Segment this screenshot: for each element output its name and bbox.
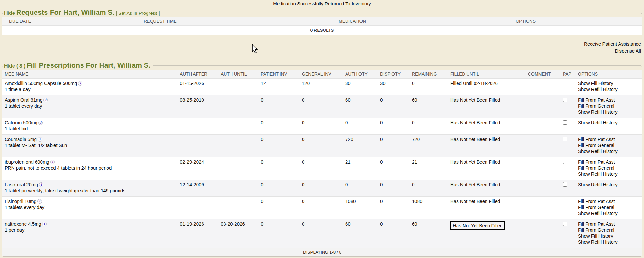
option-link[interactable]: Fill From General <box>578 204 640 210</box>
option-link[interactable]: Fill From Pat Asst <box>578 198 640 204</box>
info-icon[interactable]: i <box>42 222 47 226</box>
patient-inv: 0 <box>259 118 300 135</box>
info-icon[interactable]: i <box>38 137 42 142</box>
option-link[interactable]: Show Refill History <box>578 148 640 154</box>
col-request-time[interactable]: REQUEST TIME <box>142 17 337 26</box>
comment <box>526 95 561 118</box>
info-icon[interactable]: i <box>50 160 55 164</box>
option-link[interactable]: Fill From General <box>578 165 640 171</box>
col-auth-after[interactable]: AUTH AFTER <box>178 70 219 79</box>
option-link[interactable]: Fill From General <box>578 227 640 233</box>
comment <box>526 157 561 180</box>
option-link[interactable]: Fill From General <box>578 103 640 109</box>
pap-checkbox[interactable] <box>563 137 567 141</box>
table-row: Amoxicillin 500mg Capsule 500mgi 1 time … <box>2 79 642 95</box>
col-options: OPTIONS <box>576 70 642 79</box>
patient-inv: 0 <box>259 135 300 157</box>
med-name: Calcium 500mg <box>5 120 37 125</box>
filled-until: Has Not Yet Been Filled <box>450 198 500 204</box>
med-name: Aspirin Oral 81mg <box>5 97 42 103</box>
auth-after <box>178 118 219 135</box>
pap-checkbox[interactable] <box>563 120 567 125</box>
option-link[interactable]: Fill From General <box>578 142 640 148</box>
info-icon[interactable]: i <box>39 182 43 187</box>
option-link[interactable]: Show Fill History <box>578 233 640 239</box>
filled-until: Has Not Yet Been Filled <box>450 97 500 103</box>
requests-section: Hide Requests For Hart, William S. | Set… <box>2 8 642 35</box>
table-row: Lisinopril 10mgi 1 tablets every day 0 0… <box>2 197 642 219</box>
receive-patient-assistance-link[interactable]: Receive Patient Assistance <box>0 41 641 48</box>
general-inv: 120 <box>300 79 343 95</box>
auth-after: 02-29-2024 <box>178 157 219 180</box>
requests-section-legend: Hide Requests For Hart, William S. | Set… <box>3 8 162 17</box>
patient-inv: 0 <box>259 197 300 219</box>
requests-hide-link[interactable]: Hide <box>4 10 15 16</box>
info-icon[interactable]: i <box>43 98 48 102</box>
auth-after: 01-19-2026 <box>178 219 219 248</box>
col-disp-qty: DISP QTY <box>378 70 410 79</box>
filled-until: Has Not Yet Been Filled <box>450 120 500 126</box>
disp-qty: 0 <box>378 95 410 118</box>
auth-until <box>219 118 259 135</box>
remaining: 1080 <box>410 197 448 219</box>
pap-checkbox[interactable] <box>563 160 567 164</box>
auth-until <box>219 95 259 118</box>
disp-qty: 0 <box>378 180 410 197</box>
col-patient-inv[interactable]: PATIENT INV <box>259 70 300 79</box>
patient-inv: 0 <box>259 180 300 197</box>
filled-until: Has Not Yet Been Filled <box>450 182 500 188</box>
option-link[interactable]: Show Refill History <box>578 182 640 188</box>
auth-until <box>219 135 259 157</box>
filled-until: Has Not Yet Been Filled <box>450 159 500 165</box>
col-options: OPTIONS <box>514 17 642 26</box>
col-due-date[interactable]: DUE DATE <box>2 17 142 26</box>
option-link[interactable]: Fill From Pat Asst <box>578 221 640 227</box>
auth-qty: 60 <box>343 95 378 118</box>
fills-hide-link[interactable]: Hide ( 8 ) <box>4 63 25 69</box>
col-general-inv[interactable]: GENERAL INV <box>300 70 343 79</box>
option-link[interactable]: Fill From Pat Asst <box>578 97 640 103</box>
dispense-all-link[interactable]: Dispense All <box>0 48 641 54</box>
option-link[interactable]: Show Refill History <box>578 109 640 115</box>
comment <box>526 197 561 219</box>
patient-inv: 0 <box>259 157 300 180</box>
comment <box>526 79 561 95</box>
med-name: ibuprofen oral 600mg <box>5 159 49 165</box>
option-link[interactable]: Show Refill History <box>578 120 640 126</box>
set-as-in-progress-link[interactable]: Set As In Progress <box>119 10 158 16</box>
auth-after: 08-25-2010 <box>178 95 219 118</box>
option-link[interactable]: Show Refill History <box>578 86 640 92</box>
option-link[interactable]: Show Refill History <box>578 210 640 216</box>
pap-checkbox[interactable] <box>563 81 567 85</box>
disp-qty: 0 <box>378 135 410 157</box>
fills-section-title: Fill Prescriptions For Hart, William S. <box>27 61 151 69</box>
option-link[interactable]: Fill From Pat Asst <box>578 136 640 142</box>
fill-prescriptions-section: Hide ( 8 ) Fill Prescriptions For Hart, … <box>2 61 642 257</box>
option-link[interactable]: Show Refill History <box>578 239 640 245</box>
comment <box>526 118 561 135</box>
info-icon[interactable]: i <box>38 121 43 125</box>
auth-until <box>219 79 259 95</box>
pap-checkbox[interactable] <box>563 199 567 203</box>
option-link[interactable]: Show Fill History <box>578 80 640 86</box>
table-row: Lasix oral 20mgi 1 tablet po weekly; tak… <box>2 180 642 197</box>
pap-checkbox[interactable] <box>563 222 567 226</box>
pap-checkbox[interactable] <box>563 98 567 102</box>
pap-checkbox[interactable] <box>563 182 567 187</box>
option-link[interactable]: Fill From Pat Asst <box>578 159 640 165</box>
option-link[interactable]: Show Refill History <box>578 171 640 177</box>
col-medication[interactable]: MEDICATION <box>337 17 514 26</box>
info-icon[interactable]: i <box>78 81 82 86</box>
filled-until-focused: Has Not Yet Been Filled <box>450 221 505 230</box>
col-auth-until[interactable]: AUTH UNTIL <box>219 70 259 79</box>
info-icon[interactable]: i <box>37 199 42 204</box>
auth-after: 01-15-2026 <box>178 79 219 95</box>
med-name: Coumadin 5mg <box>5 137 37 142</box>
col-pap: PAP <box>561 70 576 79</box>
auth-qty: 21 <box>343 157 378 180</box>
col-med-name[interactable]: MED NAME <box>2 70 178 79</box>
filled-until: Filled Until 02-18-2026 <box>450 80 498 86</box>
comment <box>526 219 561 248</box>
comment <box>526 135 561 157</box>
disp-qty: 0 <box>378 118 410 135</box>
